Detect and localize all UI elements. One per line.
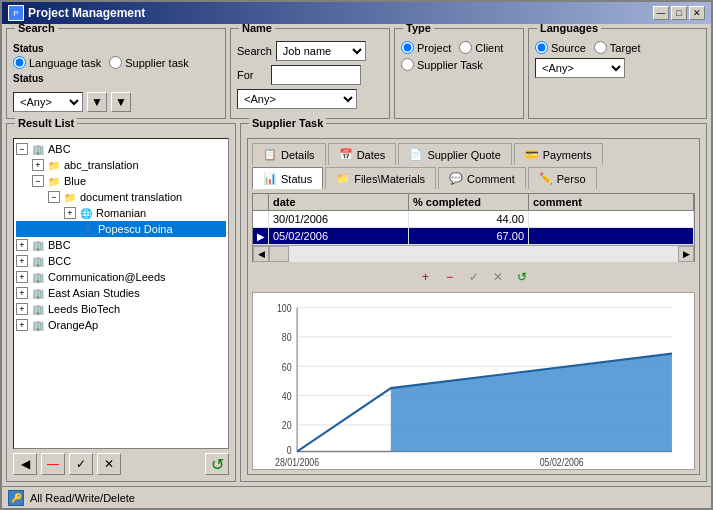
result-refresh-btn[interactable]: ↺ <box>205 453 229 475</box>
tab-dates[interactable]: 📅 Dates <box>328 143 397 165</box>
chart-confirm-btn[interactable]: ✓ <box>464 268 484 286</box>
supplier-task-type-input[interactable] <box>401 58 414 71</box>
radio-group-task: Language task Supplier task <box>13 56 219 69</box>
title-bar-left: P Project Management <box>8 5 145 21</box>
type-group: Type Project Client <box>394 28 524 119</box>
th-comment: comment <box>529 194 694 210</box>
td-indicator-1 <box>253 211 269 227</box>
tree-label-romanian: Romanian <box>96 207 146 219</box>
project-radio-input[interactable] <box>401 41 414 54</box>
tab-supplier-quote[interactable]: 📄 Supplier Quote <box>398 143 511 165</box>
tree-item-bbc[interactable]: + 🏢 BBC <box>16 237 226 253</box>
scroll-left-btn[interactable]: ◀ <box>253 246 269 262</box>
globe-icon-romanian: 🌐 <box>78 206 94 220</box>
client-radio-input[interactable] <box>459 41 472 54</box>
chart-remove-btn[interactable]: − <box>440 268 460 286</box>
table-row[interactable]: 30/01/2006 44.00 <box>253 211 694 228</box>
tree-label-bbc: BBC <box>48 239 71 251</box>
name-search-select[interactable]: Job name Client name Task name <box>276 41 366 61</box>
source-radio-input[interactable] <box>535 41 548 54</box>
status-filter-btn1[interactable]: ▼ <box>87 92 107 112</box>
tree-label-leeds-biotech: Leeds BioTech <box>48 303 120 315</box>
tree-item-bcc[interactable]: + 🏢 BCC <box>16 253 226 269</box>
language-task-input[interactable] <box>13 56 26 69</box>
tree-item-orangeap[interactable]: + 🏢 OrangeAp <box>16 317 226 333</box>
expand-leeds-biotech[interactable]: + <box>16 303 28 315</box>
tab-details[interactable]: 📋 Details <box>252 143 326 165</box>
scroll-thumb[interactable] <box>269 246 289 262</box>
middle-section: Result List − 🏢 ABC + 📁 abc_translation <box>6 123 707 482</box>
target-label: Target <box>610 42 641 54</box>
expand-abc[interactable]: − <box>16 143 28 155</box>
language-task-radio[interactable]: Language task <box>13 56 101 69</box>
tree-item-blue[interactable]: − 📁 Blue <box>16 173 226 189</box>
for-input[interactable] <box>271 65 361 85</box>
tab-files-materials[interactable]: 📁 Files\Materials <box>325 167 436 189</box>
project-radio[interactable]: Project <box>401 41 451 54</box>
chart-refresh-btn[interactable]: ↺ <box>512 268 532 286</box>
expand-romanian[interactable]: + <box>64 207 76 219</box>
supplier-task-radio[interactable]: Supplier task <box>109 56 189 69</box>
result-check-btn[interactable]: ✓ <box>69 453 93 475</box>
result-list-inner[interactable]: − 🏢 ABC + 📁 abc_translation − 📁 Blu <box>13 138 229 449</box>
expand-orangeap[interactable]: + <box>16 319 28 331</box>
type-inner: Project Client Supplier Task <box>401 41 517 71</box>
expand-blue[interactable]: − <box>32 175 44 187</box>
supplier-task-input[interactable] <box>109 56 122 69</box>
app-icon: P <box>8 5 24 21</box>
title-buttons: — □ ✕ <box>653 6 705 20</box>
tab-comment[interactable]: 💬 Comment <box>438 167 526 189</box>
langs-any-select[interactable]: <Any> <box>535 58 625 78</box>
tab-payments[interactable]: 💳 Payments <box>514 143 603 165</box>
maximize-button[interactable]: □ <box>671 6 687 20</box>
result-delete-btn[interactable]: — <box>41 453 65 475</box>
close-button[interactable]: ✕ <box>689 6 705 20</box>
tree-item-doc-trans[interactable]: − 📁 document translation <box>16 189 226 205</box>
tab-perso[interactable]: ✏️ Perso <box>528 167 597 189</box>
scroll-track[interactable] <box>289 246 678 262</box>
tab-status[interactable]: 📊 Status <box>252 167 323 189</box>
search-row: Status Language task Supplier task <box>13 41 219 112</box>
status-key-icon: 🔑 <box>8 490 24 506</box>
tree-item-popescu[interactable]: 👤 Popescu Doina <box>16 221 226 237</box>
tree-item-abc[interactable]: − 🏢 ABC <box>16 141 226 157</box>
name-any-select[interactable]: <Any> <box>237 89 357 109</box>
result-x-btn[interactable]: ✕ <box>97 453 121 475</box>
table-header: date % completed comment <box>253 194 694 211</box>
chart-add-btn[interactable]: + <box>416 268 436 286</box>
td-completed-2: 67.00 <box>409 228 529 244</box>
project-label: Project <box>417 42 451 54</box>
tree-item-romanian[interactable]: + 🌐 Romanian <box>16 205 226 221</box>
tree-item-abc-translation[interactable]: + 📁 abc_translation <box>16 157 226 173</box>
tree-item-east-asian[interactable]: + 🏢 East Asian Studies <box>16 285 226 301</box>
expand-abc-translation[interactable]: + <box>32 159 44 171</box>
tree-item-comm-leeds[interactable]: + 🏢 Communication@Leeds <box>16 269 226 285</box>
table-scrollbar[interactable]: ◀ ▶ <box>253 245 694 261</box>
status-label: Status <box>13 43 219 54</box>
minimize-button[interactable]: — <box>653 6 669 20</box>
target-radio[interactable]: Target <box>594 41 641 54</box>
tree-label-popescu: Popescu Doina <box>98 223 173 235</box>
supplier-task-group: Supplier Task 📋 Details 📅 Dates <box>240 123 707 482</box>
expand-east-asian[interactable]: + <box>16 287 28 299</box>
table-row-selected[interactable]: ▶ 05/02/2006 67.00 <box>253 228 694 245</box>
client-radio[interactable]: Client <box>459 41 503 54</box>
building-icon-bcc: 🏢 <box>30 254 46 268</box>
tree-label-comm-leeds: Communication@Leeds <box>48 271 166 283</box>
target-radio-input[interactable] <box>594 41 607 54</box>
chart-cancel-btn[interactable]: ✕ <box>488 268 508 286</box>
window-title: Project Management <box>28 6 145 20</box>
source-radio[interactable]: Source <box>535 41 586 54</box>
status-any-select[interactable]: <Any> <box>13 92 83 112</box>
expand-bbc[interactable]: + <box>16 239 28 251</box>
expand-comm-leeds[interactable]: + <box>16 271 28 283</box>
tree-item-leeds-biotech[interactable]: + 🏢 Leeds BioTech <box>16 301 226 317</box>
scroll-right-btn[interactable]: ▶ <box>678 246 694 262</box>
status-filter-btn2[interactable]: ▼ <box>111 92 131 112</box>
supplier-task-type-radio[interactable]: Supplier Task <box>401 58 483 71</box>
result-nav-prev-btn[interactable]: ◀ <box>13 453 37 475</box>
expand-bcc[interactable]: + <box>16 255 28 267</box>
for-field-row: For <box>237 65 383 85</box>
svg-text:100: 100 <box>277 302 292 314</box>
expand-doc-trans[interactable]: − <box>48 191 60 203</box>
